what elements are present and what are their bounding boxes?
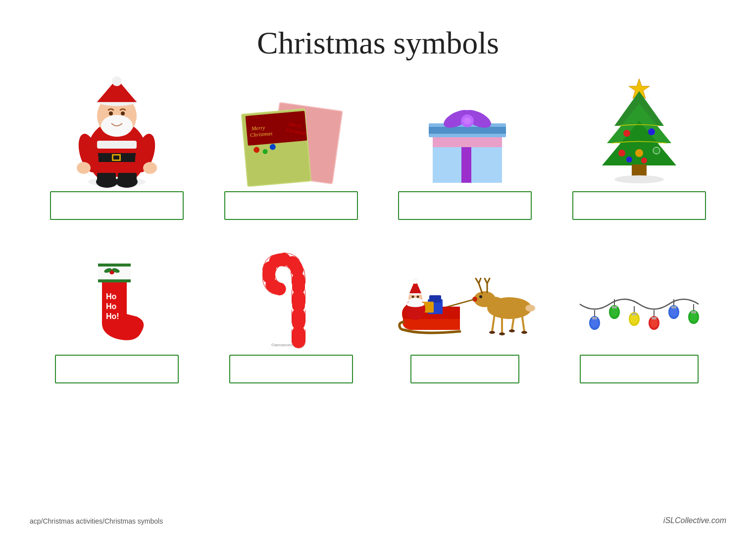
svg-point-98 <box>417 296 419 298</box>
svg-text:Ho!: Ho! <box>106 312 119 321</box>
svg-point-11 <box>121 111 125 115</box>
svg-point-94 <box>412 278 418 284</box>
svg-point-83 <box>486 297 504 309</box>
svg-point-96 <box>408 298 422 306</box>
svg-point-9 <box>112 76 122 86</box>
lights-image <box>575 245 704 349</box>
svg-point-121 <box>670 307 678 317</box>
svg-rect-64 <box>98 264 131 267</box>
svg-text:©iamsteven: ©iamsteven <box>271 343 292 347</box>
svg-point-86 <box>525 305 535 312</box>
svg-point-119 <box>630 314 638 324</box>
tree-image <box>592 71 686 185</box>
svg-point-97 <box>412 296 414 298</box>
santa-image <box>70 71 164 185</box>
row-1: Merry Christmas Merry Christmas <box>30 71 726 220</box>
svg-point-60 <box>653 147 660 154</box>
item-stocking: Ho Ho Ho! <box>50 245 184 383</box>
svg-rect-45 <box>429 127 506 134</box>
svg-text:Merry: Merry <box>251 124 265 131</box>
svg-point-10 <box>109 111 113 115</box>
label-stocking[interactable] <box>55 355 179 383</box>
svg-rect-88 <box>429 295 441 303</box>
label-sleigh[interactable] <box>410 355 519 383</box>
svg-point-17 <box>143 162 157 174</box>
label-candy-cane[interactable] <box>229 355 353 383</box>
svg-point-80 <box>521 331 527 334</box>
stocking-image: Ho Ho Ho! <box>72 245 161 349</box>
label-gift[interactable] <box>398 191 532 220</box>
footer-left: acp/Christmas activities/Christmas symbo… <box>30 517 163 525</box>
svg-rect-3 <box>113 156 119 160</box>
page-title: Christmas symbols <box>30 25 726 61</box>
svg-text:Ho: Ho <box>106 292 117 301</box>
item-lights <box>572 245 706 383</box>
svg-point-16 <box>77 162 91 174</box>
svg-point-56 <box>623 130 630 137</box>
item-gift <box>391 71 539 220</box>
svg-rect-43 <box>461 147 471 183</box>
candy-cane-image: ©iamsteven <box>256 245 326 349</box>
gift-image <box>418 71 512 185</box>
svg-point-49 <box>463 117 471 124</box>
svg-point-55 <box>614 175 664 183</box>
item-sleigh <box>398 245 532 383</box>
svg-point-78 <box>499 332 505 335</box>
label-lights[interactable] <box>580 355 699 383</box>
sleigh-image <box>396 245 534 349</box>
cards-image: Merry Christmas Merry Christmas <box>239 71 343 185</box>
svg-point-85 <box>479 295 482 298</box>
svg-point-117 <box>591 318 599 328</box>
label-cards[interactable] <box>224 191 358 220</box>
svg-rect-20 <box>97 173 116 183</box>
item-tree <box>565 71 713 220</box>
svg-point-59 <box>618 150 625 157</box>
svg-point-57 <box>648 128 655 135</box>
svg-point-120 <box>650 318 658 328</box>
svg-rect-65 <box>98 279 131 282</box>
row-2: Ho Ho Ho! ©iamsteven <box>30 245 726 383</box>
svg-rect-5 <box>97 141 137 149</box>
svg-text:Ho: Ho <box>106 302 117 311</box>
svg-rect-21 <box>118 173 137 183</box>
svg-point-62 <box>626 157 632 162</box>
svg-point-118 <box>610 307 618 317</box>
svg-point-61 <box>641 158 647 163</box>
svg-point-77 <box>489 331 495 334</box>
item-cards: Merry Christmas Merry Christmas <box>217 71 365 220</box>
page: Christmas symbols <box>0 0 756 535</box>
footer-right: iSLCollective.com <box>663 516 726 525</box>
item-candy-cane: ©iamsteven <box>224 245 358 383</box>
label-tree[interactable] <box>572 191 706 220</box>
svg-point-58 <box>635 149 643 157</box>
svg-point-79 <box>509 329 515 332</box>
label-santa[interactable] <box>50 191 184 220</box>
svg-point-122 <box>690 312 698 322</box>
item-santa <box>43 71 191 220</box>
svg-line-73 <box>492 314 495 331</box>
